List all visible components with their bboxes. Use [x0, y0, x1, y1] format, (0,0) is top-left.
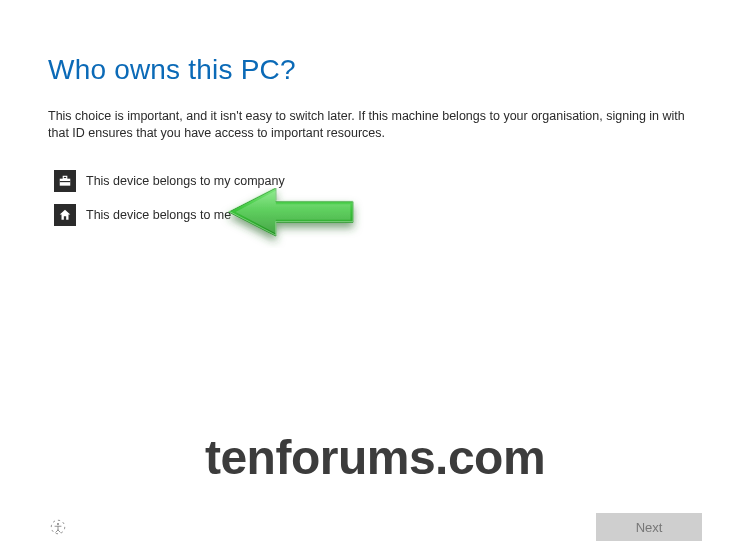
home-icon	[54, 204, 76, 226]
bottom-bar: Next	[48, 510, 702, 544]
option-personal[interactable]: This device belongs to me	[54, 204, 285, 226]
svg-point-4	[57, 523, 59, 525]
option-company-label: This device belongs to my company	[86, 174, 285, 188]
accessibility-icon[interactable]	[48, 517, 68, 537]
briefcase-icon	[54, 170, 76, 192]
option-company[interactable]: This device belongs to my company	[54, 170, 285, 192]
setup-screen: Who owns this PC? This choice is importa…	[0, 0, 750, 554]
watermark-text: tenforums.com	[0, 430, 750, 485]
next-button[interactable]: Next	[596, 513, 702, 541]
page-description: This choice is important, and it isn't e…	[48, 108, 702, 142]
svg-rect-0	[60, 179, 71, 186]
svg-rect-2	[60, 181, 71, 182]
option-personal-label: This device belongs to me	[86, 208, 231, 222]
page-title: Who owns this PC?	[48, 54, 296, 86]
svg-rect-1	[63, 176, 67, 178]
ownership-options: This device belongs to my company This d…	[54, 170, 285, 226]
